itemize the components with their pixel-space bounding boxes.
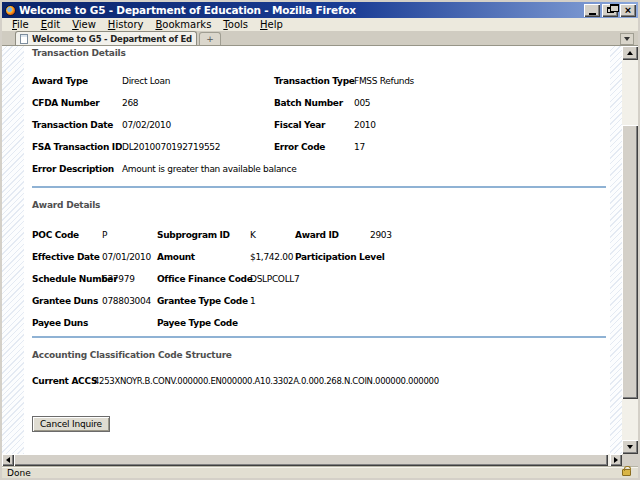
menu-history[interactable]: History	[102, 18, 150, 31]
left-arrow-icon	[6, 457, 10, 463]
error-description-label: Error Description	[32, 164, 122, 174]
batch-number-value: 005	[354, 98, 606, 108]
poc-code-value: P	[102, 230, 157, 240]
schedule-number-label: Schedule Number	[32, 274, 102, 284]
scrollbar-corner	[622, 454, 638, 466]
transaction-type-label: Transaction Type	[274, 76, 354, 86]
scroll-left-button[interactable]	[2, 454, 14, 466]
award-id-value: 2903	[370, 230, 606, 240]
tab-welcome-g5[interactable]: Welcome to G5 - Department of Edu...	[15, 31, 197, 45]
vertical-scrollbar-thumb[interactable]	[622, 125, 638, 399]
table-row: Award Type Direct Loan Transaction Type …	[32, 70, 606, 92]
transaction-details-section: Award Type Direct Loan Transaction Type …	[32, 70, 606, 180]
award-id-label: Award ID	[295, 230, 370, 240]
table-row: Payee Duns Payee Type Code	[32, 312, 606, 334]
tab-title: Welcome to G5 - Department of Edu...	[32, 34, 192, 44]
page-content: Transaction Details Award Type Direct Lo…	[2, 46, 622, 454]
horizontal-scrollbar-thumb[interactable]	[14, 454, 608, 466]
new-tab-button[interactable]: +	[199, 32, 221, 45]
close-button[interactable]: ×	[620, 4, 636, 17]
tab-bar: Welcome to G5 - Department of Edu... +	[2, 31, 638, 46]
table-row: Error Description Amount is greater than…	[32, 158, 606, 180]
grantee-duns-label: Grantee Duns	[32, 296, 102, 306]
right-arrow-icon	[614, 457, 618, 463]
fsa-transaction-id-value: DL2010070192719552	[122, 142, 274, 152]
award-details-section: POC Code P Subprogram ID K Award ID 2903…	[32, 224, 606, 334]
scroll-up-button[interactable]	[622, 46, 638, 60]
poc-code-label: POC Code	[32, 230, 102, 240]
table-row: Effective Date 07/01/2010 Amount $1,742.…	[32, 246, 606, 268]
table-row: Current ACCS 4253XNOYR.B.CONV.000000.EN0…	[32, 370, 606, 392]
effective-date-value: 07/01/2010	[102, 252, 157, 262]
amount-label: Amount	[157, 252, 250, 262]
close-icon: ×	[625, 5, 631, 16]
left-margin-pattern	[2, 46, 24, 454]
accs-heading: Accounting Classification Code Structure	[32, 350, 606, 362]
firefox-logo-icon	[5, 5, 16, 16]
effective-date-label: Effective Date	[32, 252, 102, 262]
subprogram-id-label: Subprogram ID	[157, 230, 250, 240]
menu-edit[interactable]: Edit	[35, 18, 66, 31]
award-details-heading: Award Details	[32, 200, 606, 212]
scroll-down-button[interactable]	[622, 440, 638, 454]
menu-help[interactable]: Help	[254, 18, 289, 31]
schedule-number-value: 637979	[102, 274, 157, 284]
fiscal-year-value: 2010	[354, 120, 606, 130]
menu-view[interactable]: View	[66, 18, 102, 31]
current-accs-value: 4253XNOYR.B.CONV.000000.EN000000.A10.330…	[94, 376, 606, 386]
title-bar[interactable]: Welcome to G5 - Department of Education …	[2, 2, 638, 18]
vertical-scrollbar[interactable]	[622, 46, 638, 454]
menu-file[interactable]: File	[6, 18, 35, 31]
menu-tools[interactable]: Tools	[217, 18, 254, 31]
error-code-value: 17	[354, 142, 606, 152]
menu-bar: File Edit View History Bookmarks Tools H…	[2, 18, 638, 31]
section-divider	[32, 186, 606, 188]
award-type-label: Award Type	[32, 76, 122, 86]
grantee-duns-value: 078803004	[102, 296, 157, 306]
grantee-type-code-value: 1	[250, 296, 295, 306]
window-controls: ×	[584, 4, 636, 17]
participation-level-label: Participation Level	[295, 252, 370, 262]
transaction-date-label: Transaction Date	[32, 120, 122, 130]
amount-value: $1,742.00	[250, 252, 295, 262]
table-row: Transaction Date 07/02/2010 Fiscal Year …	[32, 114, 606, 136]
fsa-transaction-id-label: FSA Transaction ID	[32, 142, 122, 152]
minimize-button[interactable]	[584, 4, 600, 17]
chevron-down-icon	[624, 37, 630, 41]
error-description-value: Amount is greater than available balance	[122, 164, 274, 174]
award-type-value: Direct Loan	[122, 76, 274, 86]
grantee-type-code-label: Grantee Type Code	[157, 296, 250, 306]
minimize-icon	[589, 13, 596, 15]
menu-bookmarks[interactable]: Bookmarks	[149, 18, 217, 31]
browser-window: Welcome to G5 - Department of Education …	[0, 0, 640, 480]
table-row: Schedule Number 637979 Office Finance Co…	[32, 268, 606, 290]
fiscal-year-label: Fiscal Year	[274, 120, 354, 130]
window-title: Welcome to G5 - Department of Education …	[19, 2, 580, 18]
payee-type-code-label: Payee Type Code	[157, 318, 250, 328]
status-bar: Done	[2, 466, 638, 478]
down-arrow-icon	[627, 445, 633, 449]
restore-icon	[607, 7, 614, 13]
error-code-label: Error Code	[274, 142, 354, 152]
scroll-right-button[interactable]	[610, 454, 622, 466]
section-divider	[32, 336, 606, 338]
table-row: POC Code P Subprogram ID K Award ID 2903	[32, 224, 606, 246]
document-page-icon	[20, 34, 28, 44]
table-row: Grantee Duns 078803004 Grantee Type Code…	[32, 290, 606, 312]
transaction-type-value: FMSS Refunds	[354, 76, 606, 86]
lock-icon[interactable]	[622, 469, 631, 476]
cfda-number-label: CFDA Number	[32, 98, 122, 108]
restore-button[interactable]	[602, 4, 618, 17]
current-accs-label: Current ACCS	[32, 376, 94, 386]
cancel-inquire-button[interactable]: Cancel Inquire	[32, 416, 110, 432]
up-arrow-icon	[627, 51, 633, 55]
horizontal-scrollbar[interactable]	[2, 454, 622, 466]
transaction-details-heading: Transaction Details	[32, 48, 606, 60]
status-text: Done	[7, 468, 31, 478]
office-finance-code-label: Office Finance Code	[157, 274, 250, 284]
cfda-number-value: 268	[122, 98, 274, 108]
payee-duns-label: Payee Duns	[32, 318, 102, 328]
transaction-date-value: 07/02/2010	[122, 120, 274, 130]
list-all-tabs-button[interactable]	[620, 33, 634, 45]
g5-page: Transaction Details Award Type Direct Lo…	[24, 46, 610, 454]
